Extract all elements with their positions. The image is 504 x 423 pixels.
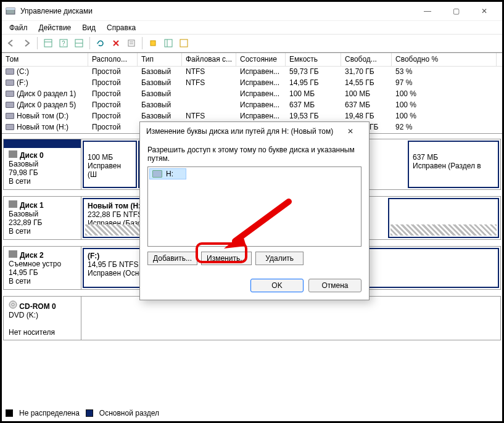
ok-button[interactable]: OK xyxy=(250,279,304,292)
partition[interactable] xyxy=(388,198,499,238)
detail-icon[interactable] xyxy=(162,36,175,50)
table-row[interactable]: (F:)ПростойБазовыйNTFSИсправен...14,95 Г… xyxy=(2,78,502,89)
drive-icon xyxy=(152,170,162,178)
properties-icon[interactable] xyxy=(125,36,138,50)
svg-rect-2 xyxy=(44,39,52,47)
svg-rect-1 xyxy=(6,8,15,10)
dialog-close-button[interactable]: ✕ xyxy=(338,122,363,141)
disk-icon xyxy=(9,250,17,258)
disk-2-label[interactable]: Диск 2 Съемное устро 14,95 ГБ В сети xyxy=(4,247,81,289)
titlebar: Управление дисками — ▢ ✕ xyxy=(2,2,502,20)
column-header[interactable]: Файловая с... xyxy=(182,53,236,66)
svg-rect-12 xyxy=(165,39,172,47)
table-row[interactable]: (Диск 0 раздел 1)ПростойБазовыйИсправен.… xyxy=(2,89,502,100)
filter-icon[interactable] xyxy=(177,36,191,50)
column-header[interactable]: Тип xyxy=(138,53,182,66)
window-title: Управление дисками xyxy=(20,7,413,15)
back-icon[interactable] xyxy=(4,36,18,50)
toolbar: ? xyxy=(2,34,502,52)
change-button[interactable]: Изменить... xyxy=(201,252,252,265)
minimize-button[interactable]: — xyxy=(413,2,442,20)
column-header[interactable]: Том xyxy=(2,53,88,66)
disk-icon xyxy=(6,102,14,108)
disk-1-label[interactable]: Диск 1 Базовый 232,89 ГБ В сети xyxy=(4,197,81,239)
table-row[interactable]: (C:)ПростойБазовыйNTFSИсправен...59,73 Г… xyxy=(2,67,502,78)
partition[interactable]: 100 МБИсправен (Ш xyxy=(83,141,137,188)
main-window: Управление дисками — ▢ ✕ Файл Действие В… xyxy=(0,0,504,423)
svg-rect-8 xyxy=(128,40,134,46)
table-row[interactable]: Новый том (D:)ПростойБазовыйNTFSИсправен… xyxy=(2,111,502,122)
svg-rect-14 xyxy=(180,39,188,47)
svg-rect-11 xyxy=(151,41,155,46)
disk-icon xyxy=(6,80,14,86)
dialog-title: Изменение буквы диска или путей для H: (… xyxy=(146,127,338,136)
svg-text:?: ? xyxy=(62,40,65,47)
column-header[interactable]: Располо... xyxy=(88,53,138,66)
dialog-titlebar: Изменение буквы диска или путей для H: (… xyxy=(140,122,369,141)
column-header[interactable]: Свобод... xyxy=(341,53,392,66)
maximize-button[interactable]: ▢ xyxy=(442,2,470,20)
disk-icon xyxy=(6,68,14,75)
list-icon[interactable] xyxy=(72,36,86,50)
menu-file[interactable]: Файл xyxy=(4,22,33,33)
disk-icon xyxy=(6,113,14,119)
menu-action[interactable]: Действие xyxy=(34,22,76,33)
tree-icon[interactable] xyxy=(41,36,55,50)
close-button[interactable]: ✕ xyxy=(470,2,498,20)
column-header[interactable]: Состояние xyxy=(236,53,286,66)
disk-icon xyxy=(6,91,14,97)
menubar: Файл Действие Вид Справка xyxy=(2,20,502,34)
column-header[interactable]: Емкость xyxy=(286,53,341,66)
disk-icon xyxy=(6,124,14,130)
legend: Не распределена Основной раздел xyxy=(6,409,159,417)
table-row[interactable]: (Диск 0 раздел 5)ПростойБазовыйИсправен.… xyxy=(2,100,502,111)
cdrom-label[interactable]: CD-ROM 0 DVD (K:) Нет носителя xyxy=(4,297,81,340)
drive-letter-listbox[interactable]: H: xyxy=(147,166,361,247)
cdrom-icon xyxy=(9,300,17,311)
app-icon xyxy=(6,6,15,16)
change-drive-letter-dialog: Изменение буквы диска или путей для H: (… xyxy=(139,121,370,300)
refresh-icon[interactable] xyxy=(94,36,107,50)
disk-icon xyxy=(9,200,17,208)
column-headers[interactable]: ТомРасполо...ТипФайловая с...СостояниеЕм… xyxy=(2,53,502,67)
svg-point-16 xyxy=(12,303,14,306)
menu-view[interactable]: Вид xyxy=(77,22,101,33)
menu-help[interactable]: Справка xyxy=(102,22,141,33)
help-icon[interactable]: ? xyxy=(57,36,70,50)
forward-icon[interactable] xyxy=(20,36,33,50)
column-header[interactable]: Свободно % xyxy=(392,53,497,66)
disk-icon xyxy=(9,150,17,158)
cancel-button[interactable]: Отмена xyxy=(308,279,361,292)
partition[interactable]: 637 МБИсправен (Раздел в xyxy=(408,141,499,188)
dialog-message: Разрешить доступ к этому тому по букве д… xyxy=(147,146,361,163)
new-icon[interactable] xyxy=(146,36,160,50)
disk-0-label[interactable]: Диск 0 Базовый 79,98 ГБ В сети xyxy=(4,139,81,189)
list-item-drive-h[interactable]: H: xyxy=(149,168,186,179)
remove-button[interactable]: Удалить xyxy=(255,252,304,265)
disk-row-cdrom: CD-ROM 0 DVD (K:) Нет носителя xyxy=(3,296,501,340)
delete-icon[interactable] xyxy=(109,36,123,50)
add-button[interactable]: Добавить... xyxy=(147,252,197,265)
